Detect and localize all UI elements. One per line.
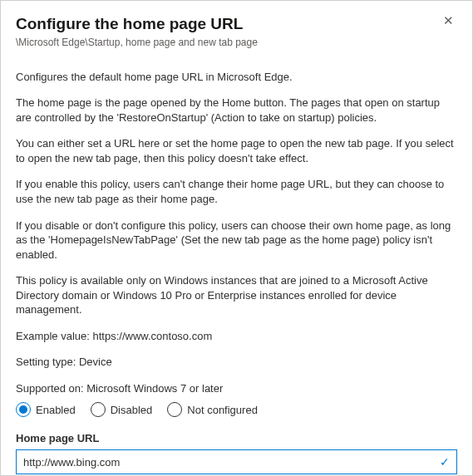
example-value: Example value: https://www.contoso.com — [16, 329, 457, 344]
description-paragraph: You can either set a URL here or set the… — [16, 136, 457, 165]
state-radio-group: Enabled Disabled Not configured — [16, 402, 457, 417]
description-paragraph: This policy is available only on Windows… — [16, 273, 457, 317]
description-paragraph: If you disable or don't configure this p… — [16, 218, 457, 263]
radio-disabled[interactable]: Disabled — [91, 402, 153, 417]
check-icon: ✓ — [440, 455, 450, 469]
description-paragraph: The home page is the page opened by the … — [16, 96, 457, 125]
description-paragraph: Configures the default home page URL in … — [16, 70, 457, 85]
close-icon[interactable]: ✕ — [440, 14, 457, 27]
radio-circle-icon — [167, 402, 182, 417]
supported-on: Supported on: Microsoft Windows 7 or lat… — [16, 381, 457, 396]
radio-label: Not configured — [187, 404, 258, 416]
description-paragraph: If you enable this policy, users can't c… — [16, 177, 457, 206]
radio-label: Disabled — [111, 404, 153, 416]
radio-circle-icon — [16, 402, 31, 417]
page-title: Configure the home page URL — [16, 14, 440, 35]
breadcrumb: \Microsoft Edge\Startup, home page and n… — [16, 37, 440, 48]
home-page-url-input-wrap[interactable]: ✓ — [16, 449, 457, 474]
home-page-url-label: Home page URL — [16, 432, 457, 444]
home-page-url-input[interactable] — [23, 456, 431, 469]
setting-type: Setting type: Device — [16, 355, 457, 370]
radio-circle-icon — [91, 402, 106, 417]
radio-label: Enabled — [36, 404, 76, 416]
radio-enabled[interactable]: Enabled — [16, 402, 76, 417]
radio-not-configured[interactable]: Not configured — [167, 402, 258, 417]
